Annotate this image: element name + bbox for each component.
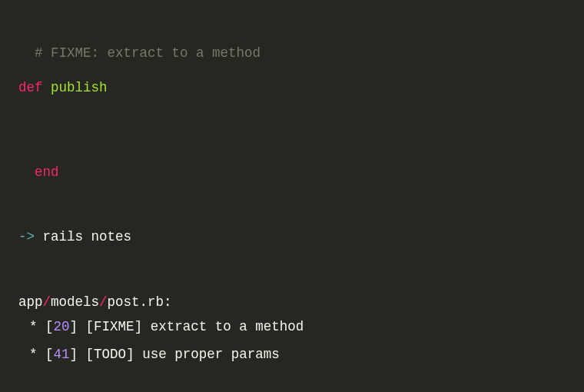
note-message: use proper params: [142, 347, 280, 362]
bracket-open: [: [86, 347, 95, 362]
path-segment: post.rb: [108, 294, 164, 310]
bracket-open: [: [45, 347, 54, 362]
bracket-open: [: [45, 319, 54, 334]
spacer: [18, 67, 566, 78]
bracket-close: ]: [70, 319, 78, 334]
bracket-close: ]: [134, 319, 143, 334]
note-tag: TODO: [94, 347, 126, 362]
terminal-command: rails notes: [43, 229, 132, 244]
code-def-line: def publish: [18, 78, 566, 98]
bracket-close: ]: [70, 347, 78, 362]
def-keyword: def: [18, 80, 43, 95]
bracket-open: [: [86, 319, 95, 334]
prompt-arrow: ->: [18, 229, 35, 244]
note-line: * [20] [FIXME] extract to a method: [18, 317, 566, 337]
terminal-command-line: -> rails notes: [18, 227, 566, 247]
bullet: *: [29, 319, 38, 334]
path-segment: models: [51, 294, 99, 310]
spacer: [18, 185, 566, 227]
line-number: 20: [54, 319, 70, 334]
line-number: 41: [54, 347, 70, 362]
path-separator: /: [43, 294, 51, 310]
method-name: publish: [51, 80, 108, 95]
comment-text: # FIXME: extract to a method: [35, 45, 260, 61]
note-message: extract to a method: [151, 319, 304, 334]
output-path-line: app/models/post.rb:: [18, 292, 566, 312]
bracket-close: ]: [126, 347, 134, 362]
path-segment: app: [18, 294, 43, 310]
end-keyword: end: [35, 164, 59, 180]
path-colon: :: [164, 294, 172, 310]
code-comment-line: # FIXME: extract to a method: [18, 23, 566, 64]
bullet: *: [29, 347, 38, 362]
spacer: [18, 251, 566, 292]
spacer: [18, 101, 566, 142]
path-separator: /: [99, 294, 108, 310]
code-end-line: end: [18, 142, 566, 183]
note-tag: FIXME: [94, 319, 134, 334]
note-line: * [41] [TODO] use proper params: [18, 344, 566, 364]
